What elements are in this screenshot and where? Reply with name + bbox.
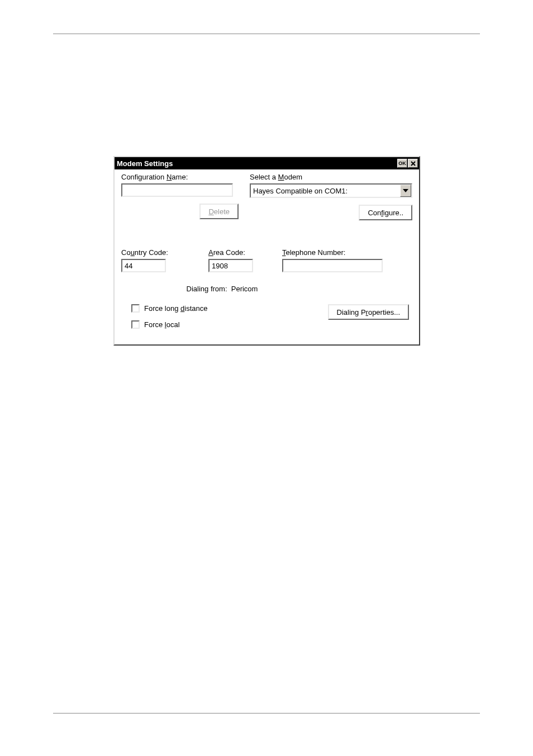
modem-selected-value: Hayes Compatible on COM1: — [250, 183, 412, 198]
country-code-input[interactable] — [121, 259, 166, 272]
area-code-label: Area Code: — [208, 248, 282, 257]
force-long-distance-label: Force long distance — [144, 304, 207, 313]
page-bottom-divider — [53, 713, 480, 714]
checkbox-icon[interactable] — [131, 304, 140, 313]
ok-button-icon[interactable]: OK — [397, 159, 407, 168]
country-code-label: Country Code: — [121, 248, 208, 257]
delete-button[interactable]: Delete — [199, 204, 239, 219]
titlebar: Modem Settings OK — [115, 157, 419, 169]
titlebar-buttons: OK — [397, 159, 418, 168]
dialog-body: Configuration Name: Delete Select a Mode… — [115, 169, 419, 344]
configuration-name-label: Configuration Name: — [121, 173, 245, 181]
dialog-title: Modem Settings — [117, 159, 397, 168]
chevron-down-icon[interactable] — [400, 185, 411, 197]
select-modem-label: Select a Modem — [250, 173, 412, 181]
configure-button[interactable]: Configure.. — [359, 205, 412, 220]
telephone-number-input[interactable] — [282, 259, 383, 272]
force-local-label: Force local — [144, 320, 180, 329]
configuration-name-input[interactable] — [121, 183, 233, 197]
modem-combobox[interactable]: Hayes Compatible on COM1: — [250, 183, 412, 198]
telephone-number-label: Telephone Number: — [282, 248, 412, 257]
dialing-from-text: Dialing from: Pericom — [121, 285, 412, 293]
force-long-distance-option[interactable]: Force long distance — [131, 304, 328, 313]
area-code-input[interactable] — [208, 259, 253, 272]
force-local-option[interactable]: Force local — [131, 320, 328, 329]
page-top-divider — [53, 34, 480, 34]
close-icon[interactable] — [408, 159, 418, 168]
modem-settings-dialog: Modem Settings OK Configuration Name: De… — [113, 156, 420, 346]
dialing-properties-button[interactable]: Dialing Properties... — [328, 304, 409, 320]
checkbox-icon[interactable] — [131, 320, 140, 329]
